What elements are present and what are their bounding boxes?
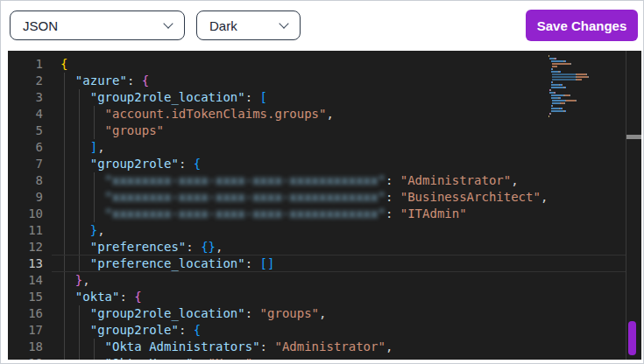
code-line-10[interactable]: 10 "xxxxxxxx-xxxx-xxxx-xxxx-xxxxxxxxxxxx… <box>8 206 641 222</box>
line-number: 9 <box>8 189 43 206</box>
line-number: 1 <box>8 56 43 73</box>
code-line-11[interactable]: 11 }, <box>8 222 641 239</box>
line-number: 6 <box>8 139 43 156</box>
code-text: { <box>60 56 67 73</box>
code-text: }, <box>60 222 105 239</box>
line-number: 15 <box>8 289 43 305</box>
code-text: "group2role_location": [ <box>60 89 267 106</box>
language-select-value: JSON <box>23 18 58 33</box>
line-number: 16 <box>8 305 43 322</box>
json-code-editor[interactable]: 1{2 "azure": {3 "group2role_location": [… <box>8 51 641 360</box>
code-text: "okta": { <box>60 289 142 305</box>
code-line-7[interactable]: 7 "group2role": { <box>8 156 641 172</box>
code-text: "groups" <box>60 122 164 139</box>
chevron-down-icon <box>163 18 173 28</box>
line-number: 19 <box>8 355 43 360</box>
code-text: "group2role": { <box>60 322 201 339</box>
scrollbar-track[interactable] <box>626 51 641 360</box>
line-number: 17 <box>8 322 43 339</box>
theme-select[interactable]: Dark <box>196 10 301 40</box>
code-line-3[interactable]: 3 "group2role_location": [ <box>8 89 641 106</box>
line-number: 2 <box>8 73 43 89</box>
code-text: "xxxxxxxx-xxxx-xxxx-xxxx-xxxxxxxxxxxx": … <box>60 172 519 189</box>
code-line-2[interactable]: 2 "azure": { <box>8 73 641 89</box>
code-text: "xxxxxxxx-xxxx-xxxx-xxxx-xxxxxxxxxxxx": … <box>60 189 548 206</box>
minimap[interactable] <box>548 55 626 118</box>
line-number: 5 <box>8 122 43 139</box>
code-text: "account.idTokenClaims.groups", <box>60 106 334 122</box>
code-text: "Okta Administrators": "Administrator", <box>60 339 393 355</box>
line-number: 7 <box>8 156 43 172</box>
code-line-14[interactable]: 14 }, <box>8 272 641 289</box>
line-number: 11 <box>8 222 43 239</box>
line-number: 4 <box>8 106 43 122</box>
line-number: 8 <box>8 172 43 189</box>
line-number: 18 <box>8 339 43 355</box>
code-text: "Okta Users": "User", <box>60 355 260 360</box>
code-line-15[interactable]: 15 "okta": { <box>8 289 641 305</box>
code-line-6[interactable]: 6 ], <box>8 139 641 156</box>
app-window: JSON Dark Save Changes 1{2 "azure": {3 "… <box>0 0 644 364</box>
code-text: "group2role_location": "groups", <box>60 305 326 322</box>
save-changes-button[interactable]: Save Changes <box>526 10 638 41</box>
code-line-5[interactable]: 5 "groups" <box>8 122 641 139</box>
code-line-9[interactable]: 9 "xxxxxxxx-xxxx-xxxx-xxxx-xxxxxxxxxxxx"… <box>8 189 641 206</box>
code-line-1[interactable]: 1{ <box>8 56 641 73</box>
code-line-4[interactable]: 4 "account.idTokenClaims.groups", <box>8 106 641 122</box>
code-text: ], <box>60 139 105 156</box>
code-line-8[interactable]: 8 "xxxxxxxx-xxxx-xxxx-xxxx-xxxxxxxxxxxx"… <box>8 172 641 189</box>
line-number: 3 <box>8 89 43 106</box>
line-number: 13 <box>8 256 43 272</box>
code-line-12[interactable]: 12 "preferences": {}, <box>8 239 641 256</box>
code-line-13[interactable]: 13 "preference_location": [] <box>8 256 641 272</box>
code-line-16[interactable]: 16 "group2role_location": "groups", <box>8 305 641 322</box>
theme-select-value: Dark <box>209 18 237 33</box>
code-text: "preferences": {}, <box>60 239 223 256</box>
code-text: "azure": { <box>60 73 149 89</box>
scrollbar-thumb[interactable] <box>626 135 641 139</box>
code-text: }, <box>60 272 90 289</box>
line-number: 14 <box>8 272 43 289</box>
language-select[interactable]: JSON <box>10 10 185 40</box>
chevron-down-icon <box>279 18 288 28</box>
line-number: 10 <box>8 206 43 222</box>
line-number: 12 <box>8 239 43 256</box>
purple-scrollbar-thumb[interactable] <box>628 321 636 355</box>
code-line-18[interactable]: 18 "Okta Administrators": "Administrator… <box>8 339 641 355</box>
code-line-17[interactable]: 17 "group2role": { <box>8 322 641 339</box>
code-text: "xxxxxxxx-xxxx-xxxx-xxxx-xxxxxxxxxxxx": … <box>60 206 467 222</box>
code-text: "group2role": { <box>60 156 201 172</box>
code-line-19[interactable]: 19 "Okta Users": "User", <box>8 355 641 360</box>
code-text: "preference_location": [] <box>60 256 274 272</box>
